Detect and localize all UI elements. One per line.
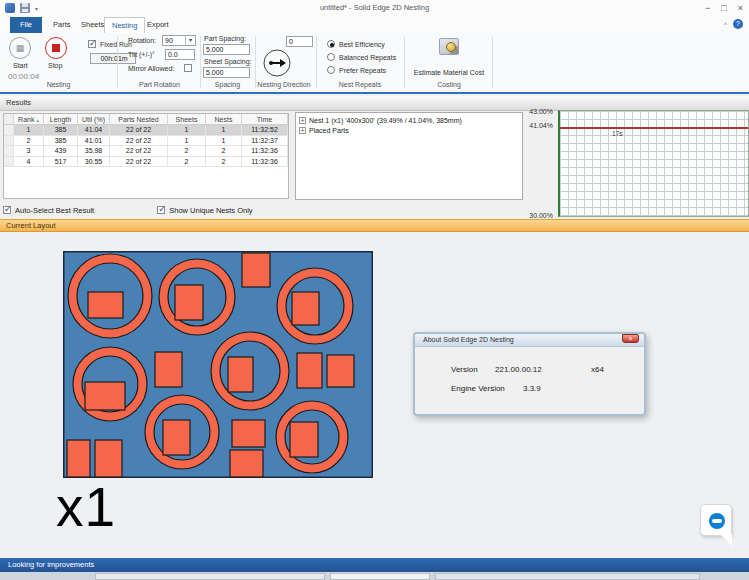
prefer-repeats-label: Prefer Repeats	[339, 67, 386, 74]
nesting-direction-icon[interactable]	[262, 48, 292, 78]
chart-tick-bottom: 30.00%	[529, 212, 553, 219]
results-header: Results	[0, 96, 749, 111]
start-grid-icon: ▦	[16, 43, 25, 53]
results-chart-grid: 17s	[558, 110, 749, 217]
about-dialog-titlebar[interactable]: About Solid Edge 2D Nesting ×	[415, 334, 644, 347]
sheet-spacing-field[interactable]: 5.000	[203, 67, 250, 78]
version-label: Version	[451, 365, 478, 374]
tree-item-nest1[interactable]: + Nest 1 (x1) '400x300' (39.49% / 41.04%…	[299, 115, 519, 125]
results-options: Auto-Select Best Result Show Unique Nest…	[3, 203, 293, 217]
mirror-label: Mirror Allowed:	[128, 65, 174, 72]
about-dialog: About Solid Edge 2D Nesting × Version 22…	[413, 332, 646, 416]
results-table: Rank ▴ Length Util (%) Parts Nested Shee…	[3, 113, 289, 199]
auto-select-checkbox[interactable]	[3, 206, 11, 214]
table-row[interactable]: 238541.0122 of 221111:32:37	[4, 136, 288, 147]
part-spacing-label: Part Spacing:	[204, 35, 246, 42]
tab-parts[interactable]: Parts	[46, 17, 78, 33]
nest-repeats-group-label: Nest Repeats	[316, 81, 404, 88]
chat-bubble[interactable]	[700, 504, 732, 536]
estimate-material-cost-button[interactable]: Estimate Material Cost	[406, 69, 492, 76]
window-title: untitled* - Solid Edge 2D Nesting	[0, 3, 749, 12]
elapsed-time: 00:00:04	[8, 72, 39, 81]
rotation-dropdown[interactable]: 90 ▾	[162, 35, 196, 46]
taskbar-sliver[interactable]	[0, 572, 749, 580]
costing-group-label: Costing	[406, 81, 492, 88]
collapse-ribbon-icon[interactable]: ^	[724, 21, 727, 28]
table-row[interactable]: 138541.0422 of 221111:32:52	[4, 125, 288, 136]
chart-best-line	[560, 127, 748, 129]
about-close-button[interactable]: ×	[622, 334, 639, 343]
results-table-header: Rank ▴ Length Util (%) Parts Nested Shee…	[4, 114, 288, 125]
balanced-repeats-radio[interactable]	[327, 53, 335, 61]
ribbon-nesting: ▦ Start Stop 00:00:04 Fixed Run 00h:01m …	[0, 33, 749, 94]
nest-sheet-svg[interactable]	[63, 251, 373, 478]
nesting-group-label: Nesting	[0, 81, 117, 88]
status-bar: Looking for improvements	[0, 558, 749, 572]
sheet-quantity-label: x1	[56, 475, 116, 539]
version-value: 221.00.00.12	[495, 365, 542, 374]
about-dialog-title: About Solid Edge 2D Nesting	[423, 336, 514, 343]
direction-angle-field[interactable]: 0	[286, 36, 313, 47]
fixed-run-checkbox[interactable]	[88, 40, 96, 48]
teamviewer-icon	[709, 513, 725, 529]
tab-export[interactable]: Export	[140, 17, 176, 33]
table-row[interactable]: 451730.5522 of 222211:32:36	[4, 157, 288, 168]
unique-nests-checkbox[interactable]	[157, 206, 165, 214]
tilt-field[interactable]: 0.0	[165, 49, 195, 60]
unique-nests-option[interactable]: Show Unique Nests Only	[157, 206, 252, 215]
chart-tick-mid: 41.04%	[529, 122, 553, 129]
best-efficiency-radio[interactable]	[327, 40, 335, 48]
rotation-label: Rotation:	[128, 37, 156, 44]
restore-button[interactable]: □	[721, 1, 726, 15]
minimize-button[interactable]: −	[705, 1, 710, 15]
expand-icon[interactable]: +	[299, 117, 306, 124]
title-bar: ▾ untitled* - Solid Edge 2D Nesting − □ …	[0, 0, 749, 17]
tilt-label: Tilt (+/-)°	[128, 51, 155, 58]
close-button[interactable]: ×	[738, 1, 743, 15]
engine-version-label: Engine Version	[451, 384, 505, 393]
ribbon-tab-bar: File Parts Sheets Nesting Export ^ ?	[0, 17, 749, 33]
help-icon[interactable]: ?	[733, 19, 743, 29]
sheet-spacing-label: Sheet Spacing:	[204, 58, 251, 65]
tree-item-placed-parts[interactable]: + Placed Parts	[299, 125, 519, 135]
start-button[interactable]: ▦	[9, 37, 31, 59]
arch-value: x64	[591, 365, 604, 374]
engine-version-value: 3.3.9	[523, 384, 541, 393]
mirror-checkbox[interactable]	[184, 64, 192, 72]
stop-square-icon	[52, 44, 60, 52]
expand-icon[interactable]: +	[299, 127, 306, 134]
part-rotation-group-label: Part Rotation	[119, 81, 200, 88]
nest-tree: + Nest 1 (x1) '400x300' (39.49% / 41.04%…	[295, 112, 523, 200]
chart-annotation: 17s	[612, 130, 622, 137]
spacing-group-label: Spacing	[200, 81, 255, 88]
chart-y-axis-labels: 43.00% 41.04% 30.00%	[520, 110, 555, 217]
part-spacing-field[interactable]: 5.000	[203, 44, 250, 55]
balanced-repeats-label: Balanced Repeats	[339, 54, 396, 61]
start-label: Start	[13, 62, 28, 69]
results-panel: Results Rank ▴ Length Util (%) Parts Nes…	[0, 96, 749, 219]
tab-file[interactable]: File	[10, 17, 42, 33]
status-text: Looking for improvements	[8, 560, 94, 569]
nesting-direction-group-label: Nesting Direction	[252, 81, 316, 88]
chart-tick-top: 43.00%	[529, 108, 553, 115]
sort-asc-icon: ▴	[36, 117, 39, 123]
stop-button[interactable]	[45, 37, 67, 59]
current-layout-header: Current Layout	[0, 219, 749, 232]
table-row[interactable]: 343935.9822 of 222211:32:36	[4, 146, 288, 157]
stop-label: Stop	[48, 62, 62, 69]
layout-canvas: x1 About Solid Edge 2D Nesting × Version…	[0, 232, 749, 558]
prefer-repeats-radio[interactable]	[327, 66, 335, 74]
best-efficiency-label: Best Efficiency	[339, 41, 385, 48]
rotation-dropdown-icon[interactable]: ▾	[185, 36, 195, 45]
estimate-material-cost-icon[interactable]	[439, 38, 459, 55]
auto-select-option[interactable]: Auto-Select Best Result	[3, 206, 94, 215]
